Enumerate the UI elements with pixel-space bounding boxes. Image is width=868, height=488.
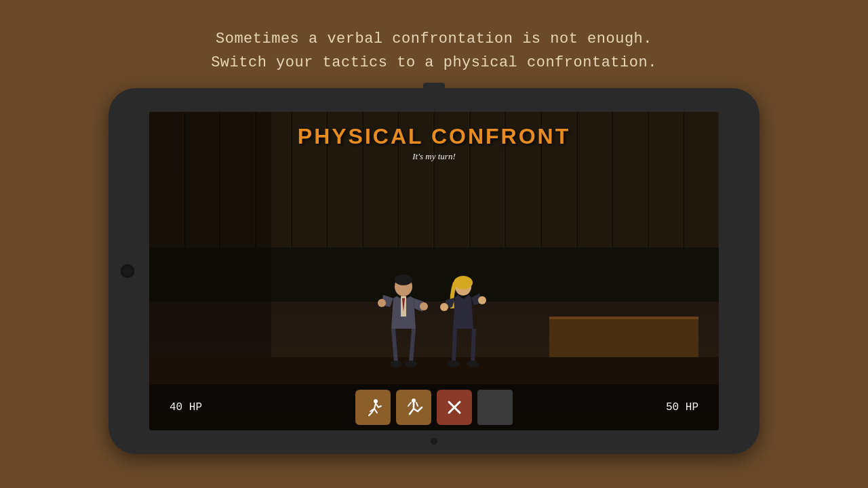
kick-icon (404, 398, 423, 417)
svg-point-5 (420, 302, 428, 310)
run-button[interactable] (355, 390, 391, 425)
fight-area (332, 247, 536, 383)
close-button[interactable] (437, 390, 472, 425)
svg-point-6 (390, 361, 402, 367)
character-man (376, 274, 431, 383)
game-screen: PHYSICAL CONFRONT It's my turn! (149, 112, 719, 430)
ui-bar: 40 HP (149, 384, 719, 430)
instruction-line1: Sometimes a verbal confrontation is not … (211, 27, 657, 51)
tablet-device: PHYSICAL CONFRONT It's my turn! (108, 88, 760, 454)
office-desk (549, 317, 698, 357)
svg-point-9 (454, 276, 473, 289)
character-woman (437, 274, 492, 383)
svg-point-12 (448, 361, 460, 367)
game-title: PHYSICAL CONFRONT (298, 124, 570, 149)
svg-point-7 (405, 361, 417, 367)
tablet-camera-bottom (431, 438, 437, 445)
instruction-block: Sometimes a verbal confrontation is not … (211, 27, 657, 75)
player-hp: 40 HP (170, 401, 224, 413)
svg-point-4 (378, 299, 386, 307)
svg-point-11 (478, 296, 486, 304)
kick-button[interactable] (396, 390, 431, 425)
run-icon (363, 398, 382, 417)
close-icon (446, 399, 462, 415)
svg-point-13 (467, 361, 479, 367)
left-office-area (149, 112, 271, 384)
game-subtitle: It's my turn! (412, 151, 455, 162)
tablet-camera-top (423, 83, 445, 91)
instruction-line2: Switch your tactics to a physical confro… (211, 51, 657, 75)
empty-button-slot (477, 390, 513, 425)
enemy-hp: 50 HP (644, 401, 698, 413)
action-buttons (355, 390, 513, 425)
svg-point-1 (395, 274, 412, 285)
speaker-grille (121, 264, 134, 278)
svg-point-10 (440, 303, 448, 311)
